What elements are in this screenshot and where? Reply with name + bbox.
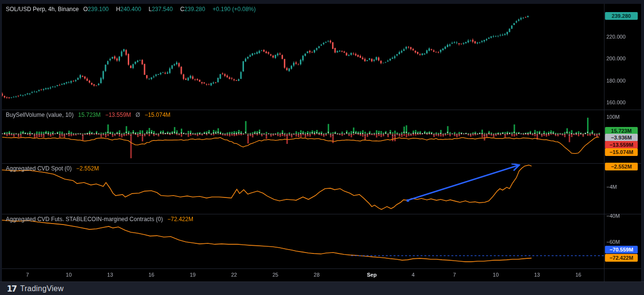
cvd_spot-axis-label: −4M [606,184,617,190]
time-label: 25 [272,272,278,278]
volume-pane-legend: BuySellVolume (value, 10) 15.723M −13.55… [6,112,174,118]
volume-sell-value: −13.559M [105,112,131,118]
cvd_futures-axis-label: −40M [606,213,620,219]
ohlc-low: L237.540 [148,6,175,13]
volume-value-badge: −13.559M [605,141,638,149]
cvd-spot-value: −2.552M [76,165,99,172]
cvd_futures-value-badge: −72.422M [605,254,638,262]
cvd_futures-value-badge: −70.559M [605,246,638,253]
tradingview-logo-icon[interactable]: 17 [7,284,16,294]
time-label: 7 [26,272,29,278]
time-label: 16 [576,272,581,278]
ohlc-close: C239.280 [180,6,208,13]
time-label: 13 [107,272,113,278]
bottom-toolbar: 17 TradingView [0,281,644,295]
time-label: 4 [412,272,415,278]
price-axis-label: 200.000 [606,56,626,61]
ohlc-open: O239.100 [83,6,112,13]
tradingview-logo-text[interactable]: TradingView [20,284,64,293]
pane-divider[interactable] [2,163,641,164]
time-label: 19 [190,272,196,278]
time-label: 10 [493,272,498,278]
pane-divider[interactable] [2,110,641,110]
chart-canvas[interactable] [2,4,604,281]
time-label: 13 [534,272,540,278]
price-axis-label: 220.000 [606,34,626,40]
time-label: 10 [66,272,72,278]
volume-value-badge: −3.936M [605,134,638,141]
volume-value-badge: −15.074M [605,148,638,156]
volume-avg-symbol: Ø [135,112,140,118]
price-axis[interactable]: 220.000200.000180.000160.000239.280100M1… [604,4,641,281]
price-axis-label: 180.000 [606,78,626,84]
ohlc-high: H240.400 [116,6,144,13]
volume-axis-label: 100M [606,114,620,120]
time-label: 7 [453,272,456,278]
cvd_spot-value-badge: −2.552M [605,163,638,170]
cvd-spot-indicator-title[interactable]: Aggregated CVD Spot (0) [6,165,72,172]
cvd-futures-pane-legend: Aggregated CVD Futs. STABLECOIN-margined… [6,216,196,223]
price-value-badge: 239.280 [605,12,638,20]
pane-divider[interactable] [2,214,641,214]
time-label: Sep [367,272,376,278]
volume-indicator-title[interactable]: BuySellVolume (value, 10) [6,112,74,118]
cvd-spot-pane-legend: Aggregated CVD Spot (0) −2.552M [6,165,102,172]
tradingview-chart-window: SOL/USD Perp, 4h, Binance O239.100 H240.… [0,0,644,295]
price-axis-label: 160.000 [606,99,626,105]
time-label: 16 [148,272,154,278]
volume-buy-value: 15.723M [78,112,101,118]
time-label: 28 [314,272,320,278]
time-label: 22 [231,272,237,278]
volume-avg-value: −15.074M [145,112,171,118]
cvd-futures-value: −72.422M [167,216,193,223]
time-axis[interactable]: 710131619222528Sep47101316 [2,268,604,281]
price-pane-legend: SOL/USD Perp, 4h, Binance O239.100 H240.… [6,6,258,13]
cvd-futures-indicator-title[interactable]: Aggregated CVD Futs. STABLECOIN-margined… [6,216,163,223]
price-change: +0.190 (+0.08%) [213,6,255,13]
cvd_futures-axis-label: −60M [606,239,620,245]
symbol-title[interactable]: SOL/USD Perp, 4h, Binance [6,6,79,13]
